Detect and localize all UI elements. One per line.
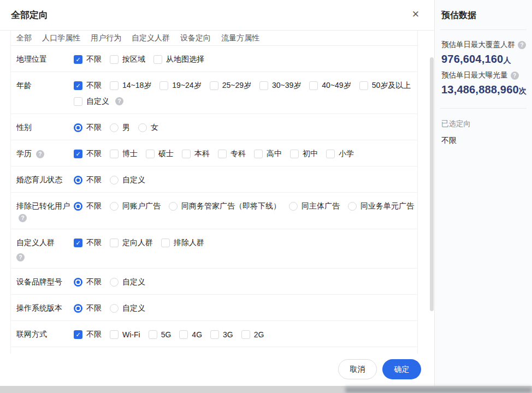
checkbox-option[interactable]: 从地图选择 bbox=[153, 55, 204, 64]
checkbox-unchecked-icon[interactable] bbox=[259, 81, 268, 90]
radio-unchecked-icon[interactable] bbox=[289, 202, 298, 211]
radio-option[interactable]: 自定义 bbox=[110, 277, 145, 287]
tab-2[interactable]: 用户行为 bbox=[91, 33, 121, 43]
radio-option[interactable]: 同商务管家广告（即将下线） bbox=[169, 201, 281, 211]
radio-checked-icon[interactable] bbox=[74, 202, 82, 211]
checkbox-checked-icon[interactable]: ✓ bbox=[74, 330, 82, 339]
checkbox-option[interactable]: 4G bbox=[179, 330, 202, 339]
radio-unchecked-icon[interactable] bbox=[110, 202, 119, 211]
radio-unchecked-icon[interactable] bbox=[138, 123, 147, 132]
checkbox-option[interactable]: 19~24岁 bbox=[159, 81, 201, 91]
checkbox-unchecked-icon[interactable] bbox=[110, 330, 119, 339]
radio-unchecked-icon[interactable] bbox=[169, 202, 178, 211]
help-icon[interactable]: ? bbox=[115, 97, 123, 105]
tab-1[interactable]: 人口学属性 bbox=[42, 33, 80, 43]
radio-option[interactable]: 不限 bbox=[74, 201, 102, 211]
checkbox-unchecked-icon[interactable] bbox=[182, 150, 191, 158]
checkbox-checked-icon[interactable]: ✓ bbox=[74, 239, 82, 247]
close-icon[interactable]: × bbox=[408, 7, 423, 22]
checkbox-option[interactable]: 14~18岁 bbox=[110, 81, 151, 91]
help-icon[interactable]: ? bbox=[16, 253, 25, 261]
checkbox-unchecked-icon[interactable] bbox=[110, 150, 119, 158]
radio-option[interactable]: 同业务单元广告 bbox=[348, 201, 414, 211]
checkbox-unchecked-icon[interactable] bbox=[241, 330, 250, 339]
checkbox-checked-icon[interactable]: ✓ bbox=[74, 150, 82, 158]
cancel-button[interactable]: 取消 bbox=[338, 359, 377, 379]
radio-unchecked-icon[interactable] bbox=[348, 202, 357, 211]
checkbox-checked-icon[interactable]: ✓ bbox=[74, 81, 82, 90]
checkbox-option[interactable]: 30~39岁 bbox=[259, 81, 301, 91]
checkbox-unchecked-icon[interactable] bbox=[74, 97, 82, 106]
checkbox-unchecked-icon[interactable] bbox=[254, 150, 263, 158]
checkbox-option[interactable]: 25~29岁 bbox=[210, 81, 251, 91]
checkbox-option[interactable]: 3G bbox=[210, 330, 233, 339]
radio-option[interactable]: 女 bbox=[138, 123, 158, 133]
radio-option[interactable]: 同账户广告 bbox=[110, 201, 161, 211]
radio-option[interactable]: 自定义 bbox=[110, 303, 145, 313]
radio-option[interactable]: 不限 bbox=[74, 303, 102, 313]
checkbox-unchecked-icon[interactable] bbox=[110, 55, 119, 64]
radio-checked-icon[interactable] bbox=[74, 123, 82, 132]
checkbox-option[interactable]: 初中 bbox=[290, 149, 318, 159]
checkbox-unchecked-icon[interactable] bbox=[161, 239, 170, 247]
radio-checked-icon[interactable] bbox=[74, 176, 82, 184]
checkbox-option[interactable]: ✓不限 bbox=[74, 81, 102, 91]
checkbox-option[interactable]: ✓不限 bbox=[74, 149, 102, 159]
checkbox-unchecked-icon[interactable] bbox=[146, 150, 155, 158]
radio-checked-icon[interactable] bbox=[74, 278, 82, 287]
checkbox-unchecked-icon[interactable] bbox=[179, 330, 188, 339]
checkbox-option[interactable]: 专科 bbox=[218, 149, 246, 159]
checkbox-unchecked-icon[interactable] bbox=[110, 239, 119, 247]
checkbox-option[interactable]: 2G bbox=[241, 330, 264, 339]
help-icon[interactable]: ? bbox=[19, 214, 27, 222]
radio-option[interactable]: 男 bbox=[110, 123, 130, 133]
checkbox-unchecked-icon[interactable] bbox=[110, 81, 119, 90]
checkbox-option[interactable]: 高中 bbox=[254, 149, 282, 159]
tab-0[interactable]: 全部 bbox=[16, 33, 32, 43]
checkbox-option[interactable]: 小学 bbox=[326, 149, 354, 159]
checkbox-option[interactable]: 自定义? bbox=[74, 97, 123, 106]
radio-option[interactable]: 不限 bbox=[74, 123, 102, 133]
checkbox-option[interactable]: 本科 bbox=[182, 149, 210, 159]
checkbox-option[interactable]: 硕士 bbox=[146, 149, 174, 159]
tab-3[interactable]: 自定义人群 bbox=[132, 33, 170, 43]
radio-unchecked-icon[interactable] bbox=[110, 304, 119, 313]
radio-unchecked-icon[interactable] bbox=[110, 278, 119, 287]
checkbox-option[interactable]: 定向人群 bbox=[110, 238, 153, 248]
checkbox-option[interactable]: 博士 bbox=[110, 149, 138, 159]
radio-option[interactable]: 同主体广告 bbox=[289, 201, 340, 211]
checkbox-option[interactable]: ✓不限 bbox=[74, 330, 102, 340]
tab-4[interactable]: 设备定向 bbox=[180, 33, 211, 43]
checkbox-option[interactable]: 50岁及以上 bbox=[359, 81, 411, 91]
help-icon[interactable]: ? bbox=[36, 150, 44, 158]
checkbox-unchecked-icon[interactable] bbox=[218, 150, 227, 158]
radio-unchecked-icon[interactable] bbox=[110, 176, 119, 184]
radio-option[interactable]: 不限 bbox=[74, 277, 102, 287]
checkbox-unchecked-icon[interactable] bbox=[159, 81, 168, 90]
radio-option[interactable]: 不限 bbox=[74, 175, 102, 185]
checkbox-unchecked-icon[interactable] bbox=[153, 55, 162, 64]
checkbox-option[interactable]: ✓不限 bbox=[74, 238, 102, 248]
checkbox-option[interactable]: Wi-Fi bbox=[110, 330, 140, 339]
checkbox-option[interactable]: 40~49岁 bbox=[309, 81, 351, 91]
checkbox-unchecked-icon[interactable] bbox=[309, 81, 318, 90]
checkbox-checked-icon[interactable]: ✓ bbox=[74, 55, 82, 64]
radio-option[interactable]: 自定义 bbox=[110, 175, 145, 185]
checkbox-unchecked-icon[interactable] bbox=[359, 81, 368, 90]
checkbox-unchecked-icon[interactable] bbox=[149, 330, 157, 339]
help-icon[interactable]: ? bbox=[511, 72, 519, 80]
help-icon[interactable]: ? bbox=[518, 41, 526, 49]
checkbox-option[interactable]: 按区域 bbox=[110, 55, 145, 64]
checkbox-option[interactable]: ✓不限 bbox=[74, 55, 102, 64]
checkbox-option[interactable]: 5G bbox=[149, 330, 172, 339]
checkbox-unchecked-icon[interactable] bbox=[326, 150, 335, 158]
radio-checked-icon[interactable] bbox=[74, 304, 82, 313]
tab-5[interactable]: 流量方属性 bbox=[221, 33, 259, 43]
checkbox-option[interactable]: 排除人群 bbox=[161, 238, 204, 248]
checkbox-unchecked-icon[interactable] bbox=[210, 81, 218, 90]
checkbox-unchecked-icon[interactable] bbox=[210, 330, 219, 339]
checkbox-unchecked-icon[interactable] bbox=[290, 150, 299, 158]
confirm-button[interactable]: 确定 bbox=[382, 359, 421, 379]
vertical-scrollbar[interactable] bbox=[430, 57, 434, 311]
radio-unchecked-icon[interactable] bbox=[110, 123, 119, 132]
